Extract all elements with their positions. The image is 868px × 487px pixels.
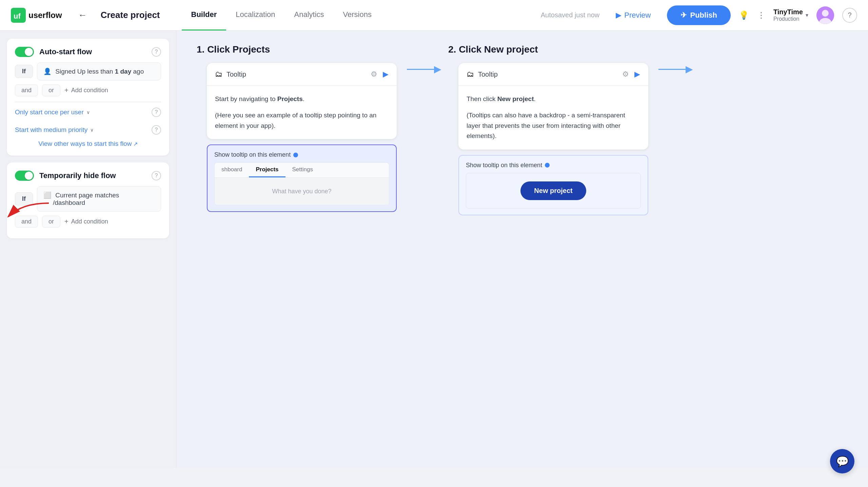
auto-start-toggle[interactable] (15, 47, 34, 57)
chevron-down-icon: ▾ (806, 12, 808, 18)
more-options-icon[interactable]: ⋮ (757, 11, 765, 20)
step1-show-tooltip-bar: Show tooltip on this element shboard Pro… (207, 144, 397, 212)
project-title: Create project (101, 10, 160, 20)
toggle-knob-2 (25, 172, 33, 180)
or-button-1[interactable]: or (42, 84, 60, 96)
and-button-1[interactable]: and (15, 84, 38, 96)
chevron-icon-2: ∨ (90, 127, 94, 133)
step1-tooltip-card: 🗂 Tooltip ⚙ ▶ Start by navigating to Pro… (207, 63, 397, 139)
gear-icon-2[interactable]: ⚙ (622, 70, 629, 79)
condition-page: Current page (55, 192, 93, 199)
start-priority-row: Start with medium priority ∨ ? (15, 125, 161, 135)
condition-box-1[interactable]: 👤 Signed Up less than 1 day ago (37, 62, 161, 80)
card2-header: Temporarily hide flow ? (15, 171, 161, 181)
view-other-ways-link[interactable]: View other ways to start this flow (38, 140, 132, 147)
browser-placeholder-1: What have you done? (272, 188, 331, 195)
back-button[interactable]: ← (78, 10, 87, 20)
condition-box-2[interactable]: ⬜ Current page matches /dashboard (37, 186, 161, 212)
chat-icon: 💬 (836, 455, 849, 467)
toggle-row-2: Temporarily hide flow (15, 171, 116, 181)
step1-col: 1. Click Projects 🗂 Tooltip ⚙ ▶ (197, 44, 407, 216)
show-tooltip-label-2: Show tooltip on this element (466, 162, 641, 169)
chevron-icon-1: ∨ (86, 110, 90, 115)
step1-title: Click Projects (207, 44, 270, 55)
step1-text: Start by navigating to Projects. (215, 94, 389, 104)
gear-icon-1[interactable]: ⚙ (371, 70, 377, 79)
browser-tab-projects[interactable]: Projects (249, 163, 285, 177)
only-start-once-row: Only start once per user ∨ ? (15, 108, 161, 117)
link1-help-icon[interactable]: ? (152, 108, 161, 117)
workspace-selector[interactable]: TinyTime Production ▾ (773, 8, 808, 22)
logo: uf userflow (11, 8, 62, 23)
step1-actions: ⚙ ▶ (371, 70, 389, 79)
step2-actions: ⚙ ▶ (622, 70, 640, 79)
user-icon: 👤 (43, 68, 52, 75)
play-icon-1[interactable]: ▶ (383, 70, 389, 79)
add-condition-button-2[interactable]: + Add condition (64, 216, 108, 227)
avatar[interactable] (816, 6, 834, 24)
svg-text:uf: uf (14, 12, 21, 20)
autosave-text: Autosaved just now (541, 11, 599, 19)
help-button[interactable]: ? (842, 8, 857, 23)
left-panel: Auto-start flow ? If 👤 Signed Up less th… (0, 31, 176, 468)
card2-help-icon[interactable]: ? (152, 171, 161, 180)
tooltip-icon-wrap-1: 🗂 Tooltip (215, 70, 246, 79)
start-priority-link[interactable]: Start with medium priority (15, 126, 87, 134)
svg-point-3 (822, 10, 829, 17)
h-line-2 (658, 69, 686, 70)
condition-matches: matches (95, 192, 119, 199)
page-icon: ⬜ (43, 192, 52, 199)
condition-row-1: If 👤 Signed Up less than 1 day ago (15, 62, 161, 80)
browser-content-1: What have you done? (215, 178, 389, 205)
show-tooltip-label-1: Show tooltip on this element (214, 151, 389, 158)
new-project-button[interactable]: New project (520, 181, 586, 200)
nav-tabs: Builder Localization Analytics Versions (182, 0, 530, 31)
new-project-card: New project (466, 173, 641, 209)
browser-tab-settings[interactable]: Settings (285, 163, 320, 177)
browser-tabs-1: shboard Projects Settings (215, 163, 389, 178)
plus-icon-2: + (64, 218, 68, 226)
step1-text2: (Here you see an example of a tooltip st… (215, 110, 389, 131)
play-icon-2[interactable]: ▶ (634, 70, 640, 79)
step2-body: Then click New project. (Tooltips can al… (458, 86, 648, 150)
dot-indicator-2 (545, 163, 550, 168)
toggle-knob (25, 48, 33, 56)
step1-card-header: 🗂 Tooltip ⚙ ▶ (207, 63, 397, 86)
tooltip-icon-1: 🗂 (215, 70, 222, 79)
step2-num: 2. (448, 44, 456, 55)
condition-value: /dashboard (53, 199, 85, 206)
connector-1: ▶ (407, 64, 441, 74)
tab-localization[interactable]: Localization (226, 0, 284, 31)
main-layout: Auto-start flow ? If 👤 Signed Up less th… (0, 31, 868, 468)
preview-button[interactable]: ▶ Preview (608, 7, 659, 24)
tooltip-label-2: Tooltip (478, 71, 498, 78)
link2-help-icon[interactable]: ? (152, 125, 161, 135)
step2-text: Then click New project. (467, 94, 640, 104)
step2-tooltip-card: 🗂 Tooltip ⚙ ▶ Then click New project. (458, 63, 648, 150)
workspace-name: TinyTime (773, 8, 803, 16)
canvas-area: 1. Click Projects 🗂 Tooltip ⚙ ▶ (176, 31, 868, 468)
dot-indicator-1 (293, 153, 298, 157)
add-condition-button-1[interactable]: + Add condition (64, 85, 108, 96)
publish-button[interactable]: ✈ Publish (667, 5, 730, 25)
tab-builder[interactable]: Builder (182, 0, 226, 31)
and-or-row-2: and or + Add condition (15, 216, 161, 228)
lightbulb-icon[interactable]: 💡 (739, 11, 749, 20)
browser-tab-dashboard[interactable]: shboard (215, 163, 249, 177)
hide-flow-toggle[interactable] (15, 171, 34, 181)
plus-icon-1: + (64, 86, 68, 94)
and-button-2[interactable]: and (15, 216, 38, 228)
tooltip-icon-wrap-2: 🗂 Tooltip (467, 70, 498, 79)
step1-header: 1. Click Projects (197, 44, 270, 55)
or-button-2[interactable]: or (42, 216, 60, 228)
step2-show-tooltip-bar: Show tooltip on this element New project (458, 155, 648, 215)
card1-help-icon[interactable]: ? (152, 47, 161, 57)
tab-versions[interactable]: Versions (334, 0, 381, 31)
h-arrowhead-2: ▶ (686, 64, 693, 74)
only-start-once-link[interactable]: Only start once per user (15, 109, 84, 116)
tooltip-icon-2: 🗂 (467, 70, 474, 79)
step2-text2: (Tooltips can also have a backdrop - a s… (467, 110, 640, 141)
h-line-1 (407, 69, 434, 70)
tooltip-label-1: Tooltip (226, 71, 246, 78)
tab-analytics[interactable]: Analytics (285, 0, 334, 31)
